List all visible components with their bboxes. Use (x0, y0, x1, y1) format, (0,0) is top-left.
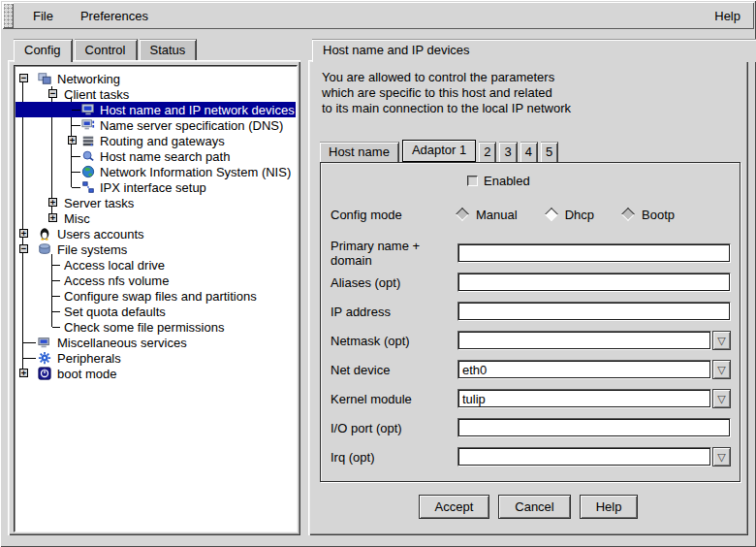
tree-item-label: Name server specification (DNS) (100, 118, 283, 133)
tree-item-routing-gateways[interactable]: + Routing and gateways (16, 133, 296, 148)
tree-item-users-accounts[interactable]: + Users accounts (16, 226, 296, 241)
config-tree: − Networking − Client tasks Host name an… (14, 65, 298, 532)
expander-plus-icon[interactable]: + (19, 369, 28, 377)
tree-item-nis[interactable]: Network Information System (NIS) (16, 164, 296, 179)
tree-item-host-name-ip-devices[interactable]: Host name and IP network devices (16, 102, 296, 117)
tab-adaptor-2[interactable]: 2 (479, 142, 496, 162)
menu-preferences[interactable]: Preferences (67, 7, 162, 25)
help-button[interactable]: Help (580, 495, 639, 519)
tab-host-name-ip-devices[interactable]: Host name and IP devices (312, 39, 756, 62)
tab-adaptor-3[interactable]: 3 (499, 142, 517, 162)
menu-grip-handle[interactable] (3, 3, 14, 28)
tree-item-label: Peripherals (57, 351, 121, 366)
expander-plus-icon[interactable]: + (48, 198, 57, 207)
tree-item-misc[interactable]: + Misc (16, 210, 296, 226)
tree-item-check-file-permissions[interactable]: Check some file permissions (16, 319, 296, 335)
irq-input[interactable] (458, 448, 710, 466)
tree-item-label: Networking (57, 72, 120, 86)
tree-item-label: Configure swap files and partitions (64, 289, 257, 304)
tab-config[interactable]: Config (14, 39, 73, 62)
penguin-icon (38, 227, 51, 241)
net-device-combo-button[interactable]: ▽ (712, 360, 731, 379)
linuxconf-window: File Preferences Help Config Control Sta… (0, 0, 756, 547)
aliases-input[interactable] (458, 274, 730, 291)
expander-plus-icon[interactable]: + (48, 213, 57, 222)
accept-button[interactable]: Accept (419, 495, 490, 519)
config-mode-options: Manual Dhcp Bootp (457, 208, 675, 222)
field-row: Primary name + domain (321, 239, 740, 268)
io-port-input[interactable] (458, 419, 730, 436)
combo-arrow-icon: ▽ (717, 336, 725, 346)
irq-combo-button[interactable]: ▽ (712, 447, 731, 467)
tree-item-label: Access local drive (64, 258, 165, 273)
tree-connector (72, 125, 80, 126)
tree-item-access-local-drive[interactable]: Access local drive (16, 257, 296, 273)
netmask-input[interactable] (458, 332, 710, 349)
menubar: File Preferences Help (2, 2, 754, 29)
field-row: Aliases (opt) (321, 268, 740, 297)
kernel-module-combo-button[interactable]: ▽ (712, 389, 731, 408)
kernel-module-input[interactable] (458, 390, 710, 407)
aliases-label: Aliases (opt) (321, 275, 457, 290)
tree-item-label: Access nfs volume (64, 274, 169, 288)
description-line: which are specific to this host and rela… (322, 85, 571, 101)
tree-item-label: Misc (64, 211, 90, 226)
net-device-label: Net device (321, 363, 457, 377)
tree-item-label: boot mode (57, 367, 116, 381)
tree-item-server-tasks[interactable]: + Server tasks (16, 195, 296, 210)
config-mode-label: Config mode (321, 208, 457, 222)
expander-plus-icon[interactable]: + (19, 229, 28, 238)
tree-connector (72, 172, 80, 173)
tree-item-ipx-interface[interactable]: IPX interface setup (16, 179, 296, 195)
tree-item-name-server-dns[interactable]: Name server specification (DNS) (16, 117, 296, 133)
netmask-label: Netmask (opt) (321, 334, 457, 348)
tree-item-label: Set quota defaults (64, 305, 166, 319)
tab-adaptor-1[interactable]: Adaptor 1 (402, 140, 476, 162)
enabled-row: Enabled (467, 173, 740, 188)
tree-connector (72, 110, 80, 111)
primary-name-label: Primary name + domain (321, 239, 457, 268)
services-icon (38, 336, 51, 349)
tab-control[interactable]: Control (75, 39, 138, 60)
tab-host-name[interactable]: Host name (320, 142, 399, 162)
expander-minus-icon[interactable]: − (19, 244, 28, 253)
tree-item-host-name-search-path[interactable]: Host name search path (16, 148, 296, 164)
tree-item-file-systems[interactable]: − File systems (16, 241, 296, 257)
power-icon (38, 367, 51, 380)
tree-item-client-tasks[interactable]: − Client tasks (16, 86, 296, 102)
networking-icon (38, 72, 51, 85)
tree-item-configure-swap[interactable]: Configure swap files and partitions (16, 288, 296, 304)
ip-address-input[interactable] (458, 303, 730, 320)
tab-status[interactable]: Status (140, 39, 198, 60)
expander-plus-icon[interactable]: + (68, 136, 77, 145)
tree-item-access-nfs-volume[interactable]: Access nfs volume (16, 273, 296, 288)
tab-adaptor-5[interactable]: 5 (541, 142, 558, 162)
net-device-input[interactable] (458, 361, 710, 378)
expander-minus-icon[interactable]: − (19, 74, 28, 82)
tree-item-peripherals[interactable]: Peripherals (16, 350, 296, 366)
radio-manual[interactable]: Manual (457, 208, 518, 222)
tab-adaptor-4[interactable]: 4 (520, 142, 538, 162)
expander-minus-icon[interactable]: − (48, 89, 57, 98)
tree-item-label: Host name search path (100, 149, 230, 164)
tree-item-boot-mode[interactable]: + boot mode (16, 366, 296, 381)
netmask-combo-button[interactable]: ▽ (712, 331, 731, 350)
primary-name-input[interactable] (458, 244, 730, 262)
field-row: IP address (321, 297, 740, 326)
tree-connector (72, 187, 80, 188)
menu-help[interactable]: Help (701, 7, 754, 25)
tree-item-label: Server tasks (64, 196, 134, 210)
tree-item-miscellaneous-services[interactable]: Miscellaneous services (16, 335, 296, 350)
menu-file[interactable]: File (19, 7, 67, 25)
radio-label: Manual (476, 208, 518, 222)
entry-bevel (457, 447, 711, 467)
field-row: I/O port (opt) (321, 413, 740, 442)
radio-dhcp[interactable]: Dhcp (547, 208, 594, 222)
page-description: You are allowed to control the parameter… (322, 70, 571, 116)
radio-bootp[interactable]: Bootp (623, 208, 675, 222)
tree-item-set-quota-defaults[interactable]: Set quota defaults (16, 304, 296, 319)
tree-item-networking[interactable]: − Networking (16, 71, 296, 86)
entry-bevel (457, 273, 731, 292)
cancel-button[interactable]: Cancel (498, 495, 570, 519)
enabled-checkbox[interactable] (467, 176, 478, 186)
